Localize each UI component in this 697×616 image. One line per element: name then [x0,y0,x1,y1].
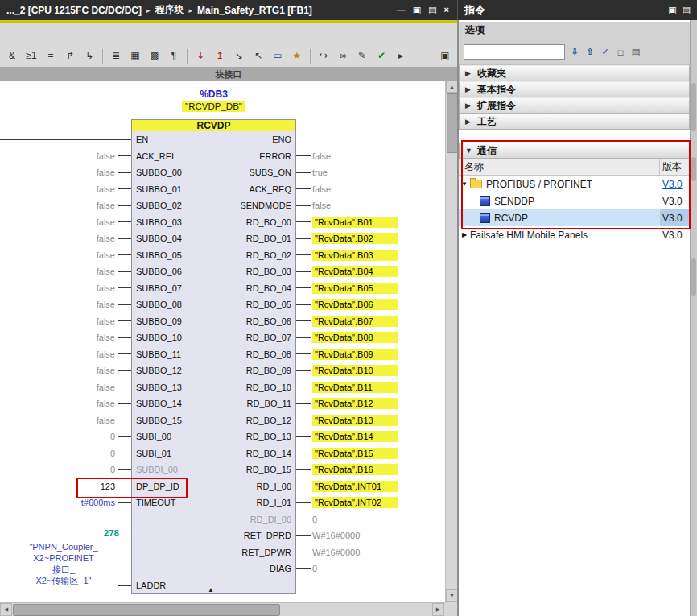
pin-subdi_00[interactable]: SUBDI_00 [136,465,178,474]
edit-icon[interactable]: ✎ [353,48,371,64]
pin-value-subbo_02[interactable]: false [97,201,115,210]
pin-subbo_05[interactable]: SUBBO_05 [136,250,182,260]
pin-value-dp_dp_id[interactable]: 123 [101,482,115,491]
filter-check-icon[interactable]: ✓ [599,46,612,59]
pin-rd_bo_14[interactable]: RD_BO_14 [246,449,291,458]
pin-rd_bo_15[interactable]: RD_BO_15 [246,465,291,474]
section-favorites[interactable]: ▶收藏夹 [459,65,690,81]
pin-error[interactable]: ERROR [259,151,291,161]
tree-item-failsafe-hmi-mobile-panels[interactable]: ▶Failsafe HMI Mobile PanelsV3.0 [459,226,690,243]
section-extended[interactable]: ▶扩展指令 [459,97,690,114]
pin-value-ack_req[interactable]: false [312,184,331,194]
pin-rd_bo_02[interactable]: RD_BO_02 [246,250,291,260]
breadcrumb-item[interactable]: Main_Safety_RTG1 [FB1] [197,5,312,16]
pin-rd_bo_11[interactable]: RD_BO_11 [247,399,291,408]
scroll-left-button[interactable]: ◀ [0,603,12,616]
pin-rd_bo_08[interactable]: RD_BO_08 [246,349,291,359]
profile-filter-down-icon[interactable]: ⇩ [568,46,581,59]
pin-laddr[interactable]: LADDR [136,581,166,590]
profile-filter-up-icon[interactable]: ⇧ [584,46,596,59]
pin-rd_bo_10[interactable]: RD_BO_10 [246,382,291,392]
pin-value-subbo_10[interactable]: false [97,333,115,342]
pin-value-subbo_14[interactable]: false [97,399,115,408]
pin-rd_bo_09[interactable]: RD_BO_09 [246,366,291,375]
pin-subbo_11[interactable]: SUBBO_11 [136,349,181,359]
options-bar[interactable]: 选项 [459,22,690,39]
restore-button[interactable]: ▣ [413,5,421,15]
pin-value-subbo_15[interactable]: false [97,415,115,425]
block-title[interactable]: RCVDP [131,119,296,131]
pin-subbo_00[interactable]: SUBBO_00 [136,167,182,177]
pin-subbo_15[interactable]: SUBBO_15 [136,415,182,425]
pin-value-subbo_11[interactable]: false [97,349,115,359]
pin-rd_bo_05[interactable]: RD_BO_05 [246,300,291,309]
pin-subbo_14[interactable]: SUBBO_14 [136,399,182,408]
close-button[interactable]: × [444,5,449,15]
version-value[interactable]: V3.0 [662,179,683,190]
db-address[interactable]: %DB3 [131,89,296,100]
operand-tag-rd_bo_06[interactable]: "RcvData".B07 [312,316,398,327]
operand-tag-rd_i_00[interactable]: "RcvData".INT01 [312,481,398,492]
pin-value-subbo_04[interactable]: false [97,234,115,243]
pin-value-subbo_05[interactable]: false [97,250,115,260]
pin-value-diag[interactable]: 0 [312,564,317,573]
operand-tag-rd_bo_05[interactable]: "RcvData".B06 [312,299,398,310]
operand-tag-rd_bo_07[interactable]: "RcvData".B08 [312,332,398,343]
monitoring-glasses-icon[interactable]: ∞ [334,48,352,64]
pin-value-subbo_06[interactable]: false [97,267,115,276]
pin-rd_bo_01[interactable]: RD_BO_01 [246,234,291,243]
operand-tag-rd_bo_13[interactable]: "RcvData".B14 [312,431,398,442]
pin-subbo_08[interactable]: SUBBO_08 [136,300,182,309]
operand-tag-rd_bo_09[interactable]: "RcvData".B10 [312,365,398,376]
pin-subbo_10[interactable]: SUBBO_10 [136,333,182,342]
operand-tag-rd_i_01[interactable]: "RcvData".INT02 [312,497,398,508]
pin-subbo_06[interactable]: SUBBO_06 [136,267,182,276]
float-button[interactable]: ▤ [428,5,436,15]
pin-ret_dpwr[interactable]: RET_DPWR [241,548,291,557]
laddr-monitor-value[interactable]: 278 [0,528,119,538]
pin-subbo_01[interactable]: SUBBO_01 [136,184,182,194]
scroll-up-button[interactable]: ▲ [446,81,458,93]
pin-value-subbo_12[interactable]: false [97,366,115,375]
side-tab[interactable] [691,258,696,296]
pin-rd_bo_06[interactable]: RD_BO_06 [246,316,291,326]
pin-subi_00[interactable]: SUBI_00 [136,432,171,441]
pin-rd_bo_13[interactable]: RD_BO_13 [246,432,291,441]
scroll-right-button[interactable]: ▶ [432,603,444,616]
operand-tag-rd_bo_02[interactable]: "RcvData".B03 [312,250,398,261]
tree-item-rcvdp[interactable]: RCVDPV3.0 [459,209,690,226]
pin-rd_bo_12[interactable]: RD_BO_12 [246,415,291,425]
column-version[interactable]: 版本 [660,160,690,174]
pin-value-subdi_00[interactable]: 0 [110,465,115,474]
pin-subi_01[interactable]: SUBI_01 [136,449,171,458]
breadcrumb-item[interactable]: ..._2 [CPU 1215FC DC/DC/DC] [6,5,142,16]
pin-subbo_13[interactable]: SUBBO_13 [136,382,182,392]
pin-rd_i_01[interactable]: RD_I_01 [257,498,291,507]
pin-value-subbo_00[interactable]: false [97,167,115,177]
close-branch-icon[interactable]: ↳ [80,48,98,64]
pin-value-ack_rei[interactable]: false [97,151,115,161]
pin-subs_on[interactable]: SUBS_ON [249,167,291,177]
consistency-check-icon[interactable]: ✔ [373,48,390,64]
more-commands-icon[interactable]: ▸ [392,48,410,64]
operand-tag-rd_bo_04[interactable]: "RcvData".B05 [312,283,398,294]
pin-value-subbo_01[interactable]: false [97,184,115,194]
section-technology[interactable]: ▶工艺 [459,114,690,130]
comment-icon[interactable]: ¶ [165,48,183,64]
pin-value-subbo_08[interactable]: false [97,300,115,309]
instruction-search-input[interactable] [464,44,565,60]
operand-tag-rd_bo_12[interactable]: "RcvData".B13 [312,415,398,426]
upload-icon[interactable]: ↥ [211,48,229,64]
pin-dp_dp_id[interactable]: DP_DP_ID [136,482,179,491]
insert-assignment-icon[interactable]: = [42,48,60,64]
horizontal-scroll-thumb[interactable] [13,604,280,616]
pin-subbo_07[interactable]: SUBBO_07 [136,283,182,293]
view-panes-icon[interactable]: □ [614,46,627,59]
pin-value-subbo_09[interactable]: false [97,316,115,326]
insert-or-box-icon[interactable]: ≥1 [23,48,40,64]
program-canvas[interactable]: %DB3 "RCVDP_DB" RCVDP ENENOfalseACK_REIE… [0,81,445,602]
db-name[interactable]: "RCVDP_DB" [131,101,296,111]
pin-value-ret_dpwr[interactable]: W#16#0000 [312,548,360,557]
operand-tag-rd_bo_11[interactable]: "RcvData".B12 [312,398,398,409]
pin-subbo_03[interactable]: SUBBO_03 [136,217,182,227]
